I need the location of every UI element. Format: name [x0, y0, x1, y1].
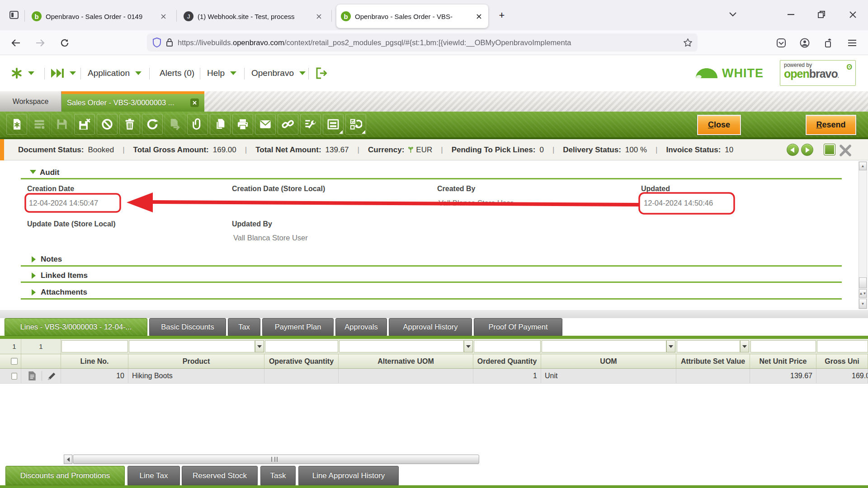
tools-button[interactable] — [300, 114, 321, 135]
tab-tax[interactable]: Tax — [228, 318, 260, 336]
scroll-down-icon[interactable]: ▼ — [859, 299, 867, 309]
menu-alerts[interactable]: Alerts (0) — [160, 55, 194, 91]
filter-dropdown-icon[interactable] — [740, 340, 749, 352]
account-icon[interactable] — [797, 35, 812, 51]
row-checkbox[interactable] — [8, 369, 21, 383]
filter-input-operative-quantity[interactable] — [265, 340, 338, 352]
scroll-thumb[interactable] — [859, 277, 867, 288]
form-vertical-scrollbar[interactable]: ▲ ▲▼ ▼ — [859, 161, 867, 309]
forward-button[interactable] — [33, 35, 48, 51]
back-button[interactable] — [8, 35, 24, 51]
column-header-uom[interactable]: UOM — [541, 354, 676, 368]
close-tab-icon[interactable] — [190, 99, 199, 107]
export-button[interactable] — [165, 114, 185, 135]
window-restore-button[interactable] — [812, 6, 830, 23]
previous-record-button[interactable] — [787, 144, 799, 156]
save-grid-button[interactable] — [29, 114, 50, 135]
expand-section-icon[interactable] — [32, 289, 36, 296]
share-device-icon[interactable] — [821, 35, 836, 51]
resend-button[interactable]: Resend — [806, 115, 856, 135]
quick-create-icon[interactable] — [51, 55, 76, 91]
tab-reserved-stock[interactable]: Reserved Stock — [182, 466, 258, 485]
tab-payment-plan[interactable]: Payment Plan — [262, 318, 334, 336]
refresh-button[interactable] — [142, 114, 163, 135]
scroll-up-icon[interactable]: ▲ — [859, 162, 867, 170]
filter-input-ordered-quantity[interactable] — [474, 340, 541, 352]
next-record-button[interactable] — [801, 144, 813, 156]
pocket-icon[interactable] — [774, 35, 789, 51]
scroll-page-icon[interactable]: ▲▼ — [859, 289, 867, 298]
grid-horizontal-scrollbar[interactable] — [73, 455, 479, 464]
firefox-view-icon[interactable] — [6, 8, 22, 22]
reload-button[interactable] — [57, 35, 72, 51]
process-button[interactable] — [345, 114, 366, 135]
lock-icon[interactable] — [166, 38, 173, 47]
maximize-form-button[interactable] — [824, 144, 835, 155]
browser-tab-1[interactable]: b Openbravo - Sales Order - 0149 — [27, 5, 173, 28]
tab-close-icon[interactable] — [158, 11, 168, 21]
email-button[interactable] — [255, 114, 276, 135]
select-all-checkbox[interactable] — [8, 354, 21, 368]
menu-hamburger-icon[interactable] — [844, 35, 860, 51]
section-attachments[interactable]: Attachments — [41, 288, 87, 297]
filter-dropdown-icon[interactable] — [666, 340, 675, 352]
save-and-close-button[interactable] — [74, 114, 95, 135]
section-audit[interactable]: Audit — [40, 168, 59, 177]
filter-input-attribute-set-value[interactable] — [677, 340, 740, 352]
section-linked-items[interactable]: Linked Items — [41, 271, 88, 280]
browser-tab-2[interactable]: J (1) Webhook.site - Test, process — [179, 5, 328, 28]
logout-icon[interactable] — [316, 55, 328, 91]
tab-approvals[interactable]: Approvals — [335, 318, 387, 336]
print-button[interactable] — [232, 114, 253, 135]
column-header-alternative-uom[interactable]: Alternative UOM — [339, 354, 473, 368]
tab-list-dropdown-icon[interactable] — [724, 6, 742, 23]
tab-proof-of-payment[interactable]: Proof Of Payment — [474, 318, 562, 336]
window-close-button[interactable] — [844, 6, 862, 23]
close-form-icon[interactable] — [836, 142, 854, 159]
link-button[interactable] — [278, 114, 298, 135]
filter-input-gross-unit-price[interactable] — [817, 340, 868, 352]
filter-dropdown-icon[interactable] — [255, 340, 264, 352]
new-record-button[interactable] — [6, 114, 27, 135]
notes-doc-icon[interactable] — [28, 371, 37, 381]
scrollbar-grip[interactable] — [271, 457, 278, 462]
tab-basic-discounts[interactable]: Basic Discounts — [149, 318, 226, 336]
form-view-button[interactable] — [323, 114, 344, 135]
tab-lines-active[interactable]: Lines - VBS-3/0000003 - 12-04-... — [5, 318, 147, 336]
save-button[interactable] — [52, 114, 72, 135]
menu-help[interactable]: Help — [207, 55, 236, 91]
grid-row-1[interactable]: 10 Hiking Boots 1 Unit 139.67 169.00 — [0, 369, 868, 384]
column-header-attribute-set-value[interactable]: Attribute Set Value — [676, 354, 750, 368]
tab-discounts-and-promotions-active[interactable]: Discounts and Promotions — [5, 466, 125, 485]
column-header-ordered-quantity[interactable]: Ordered Quantity — [473, 354, 541, 368]
undo-button[interactable] — [97, 114, 118, 135]
collapse-section-icon[interactable] — [30, 170, 36, 174]
column-header-net-unit-price[interactable]: Net Unit Price — [750, 354, 816, 368]
url-bar[interactable]: https://livebuilds.openbravo.com/context… — [147, 33, 698, 52]
window-minimize-button[interactable] — [782, 6, 800, 23]
column-header-operative-quantity[interactable]: Operative Quantity — [264, 354, 339, 368]
menu-application[interactable]: Application — [88, 55, 142, 91]
filter-input-product[interactable] — [129, 340, 255, 352]
expand-section-icon[interactable] — [32, 256, 36, 263]
quick-launch-icon[interactable] — [11, 55, 34, 91]
tab-workspace[interactable]: Workspace — [0, 91, 61, 112]
tab-task[interactable]: Task — [260, 466, 296, 485]
scroll-left-icon[interactable] — [64, 455, 72, 464]
column-header-product[interactable]: Product — [128, 354, 264, 368]
bookmark-star-icon[interactable] — [684, 38, 692, 47]
filter-input-line-no[interactable] — [61, 340, 128, 352]
filter-dropdown-icon[interactable] — [464, 340, 473, 352]
delete-button[interactable] — [119, 114, 140, 135]
tab-close-icon[interactable] — [314, 11, 324, 21]
tab-close-icon[interactable] — [474, 11, 484, 21]
attachment-button[interactable] — [187, 114, 208, 135]
close-button[interactable]: Close — [697, 115, 741, 135]
expand-section-icon[interactable] — [32, 272, 36, 279]
tracking-shield-icon[interactable] — [152, 38, 161, 47]
edit-pencil-icon[interactable] — [47, 371, 57, 381]
browser-tab-3-active[interactable]: b Openbravo - Sales Order - VBS- — [336, 5, 488, 28]
tab-approval-history[interactable]: Approval History — [389, 318, 472, 336]
menu-openbravo-user[interactable]: Openbravo — [251, 55, 306, 91]
column-header-line-no[interactable]: Line No. — [61, 354, 128, 368]
